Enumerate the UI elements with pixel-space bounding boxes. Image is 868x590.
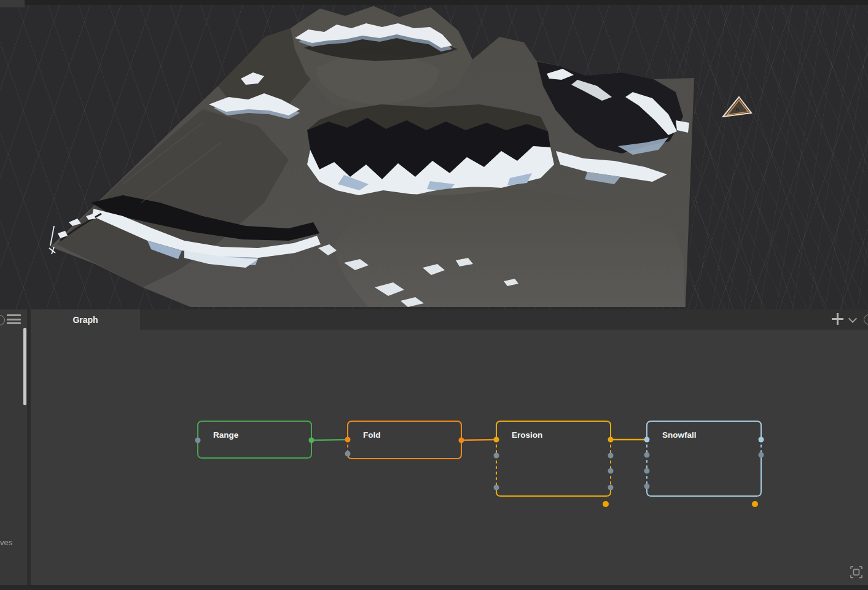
terrain-render [0,0,868,309]
rail-scrollbar-thumb[interactable] [23,328,26,405]
menu-icon[interactable] [7,314,21,324]
bottom-strip [0,585,868,590]
rail-truncated-item[interactable]: ves [0,538,25,547]
graph-tabbar [31,309,868,330]
node-title-range: Range [213,430,238,440]
viewport-3d[interactable]: N [0,0,868,309]
graph-canvas[interactable] [31,330,868,585]
menu-bar [7,314,21,316]
fit-view-icon[interactable] [850,566,862,578]
node-title-snowfall: Snowfall [662,430,697,440]
chevron-down-icon[interactable] [848,316,857,322]
menu-bar [7,322,21,324]
menu-bar [7,319,21,320]
compass-north-label: N [736,107,739,112]
node-title-fold: Fold [363,430,381,440]
tab-graph[interactable]: Graph [31,309,140,330]
node-title-erosion: Erosion [512,430,542,440]
compass-gizmo[interactable]: N [721,95,754,123]
top-strip [0,0,868,5]
add-node-icon[interactable] [831,312,844,325]
top-corner-block [0,0,25,7]
